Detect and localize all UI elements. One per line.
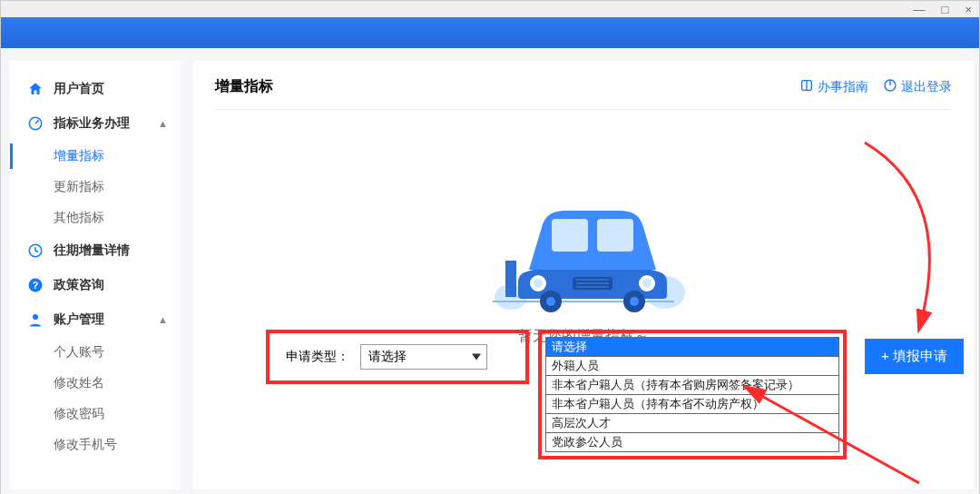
sidebar-label-account: 账户管理 — [54, 311, 104, 328]
guide-link[interactable]: 办事指南 — [799, 78, 868, 95]
option-foreigner[interactable]: 外籍人员 — [545, 357, 839, 376]
sidebar-sub-increment-label: 增量指标 — [54, 148, 104, 164]
sidebar-sub-personal-label: 个人账号 — [54, 344, 104, 361]
annotation-arrow — [847, 133, 965, 361]
option-placeholder[interactable]: 请选择 — [545, 337, 839, 357]
window-minimize-button[interactable]: — — [914, 3, 926, 16]
submit-button[interactable]: + 填报申请 — [865, 339, 964, 374]
sidebar: 用户首页 指标业务办理 ▲ 增量指标 更新指标 其他指标 — [10, 61, 181, 489]
user-icon — [26, 311, 44, 329]
sidebar-sub-rename[interactable]: 修改姓名 — [10, 368, 181, 399]
book-icon — [799, 78, 814, 95]
sidebar-item-history[interactable]: 往期增量详情 — [10, 233, 181, 268]
header-bar — [1, 17, 979, 48]
empty-state-illustration: 暂无您的增量指标～ — [456, 161, 710, 346]
question-icon: ? — [26, 276, 44, 294]
sidebar-sub-other-label: 其他指标 — [54, 210, 104, 226]
option-non-local-property[interactable]: 非本省户籍人员（持有本省不动房产权） — [545, 395, 839, 414]
sidebar-sub-update[interactable]: 更新指标 — [10, 172, 181, 203]
sidebar-label-policy: 政策咨询 — [54, 277, 104, 293]
sidebar-sub-password-label: 修改密码 — [54, 406, 104, 422]
apply-type-label: 申请类型： — [286, 349, 349, 365]
sidebar-label-history: 往期增量详情 — [54, 242, 130, 259]
svg-point-26 — [630, 297, 639, 306]
car-icon — [475, 161, 692, 315]
sidebar-sub-update-label: 更新指标 — [54, 179, 104, 195]
logout-link-label: 退出登录 — [901, 79, 952, 95]
option-non-local-record[interactable]: 非本省户籍人员（持有本省购房网签备案记录） — [545, 376, 839, 395]
svg-point-16 — [534, 279, 543, 288]
sidebar-item-account[interactable]: 账户管理 ▲ — [10, 302, 181, 337]
svg-rect-13 — [552, 219, 588, 252]
sidebar-item-indicator[interactable]: 指标业务办理 ▲ — [10, 106, 181, 141]
sidebar-sub-personal[interactable]: 个人账号 — [10, 337, 181, 368]
svg-point-4 — [33, 314, 38, 320]
svg-point-24 — [546, 297, 555, 306]
dashboard-icon — [26, 114, 44, 133]
sidebar-sub-other[interactable]: 其他指标 — [10, 203, 181, 233]
sidebar-item-home[interactable]: 用户首页 — [10, 72, 181, 106]
history-icon — [26, 242, 44, 260]
svg-point-18 — [642, 279, 652, 288]
page-title: 增量指标 — [215, 77, 273, 96]
option-official[interactable]: 党政参公人员 — [545, 433, 839, 452]
window-maximize-button[interactable]: □ — [942, 3, 949, 16]
sidebar-sub-phone[interactable]: 修改手机号 — [10, 430, 181, 460]
svg-rect-14 — [597, 219, 633, 252]
window-titlebar: — □ × — [1, 1, 979, 17]
logout-link[interactable]: 退出登录 — [883, 78, 952, 95]
sidebar-sub-password[interactable]: 修改密码 — [10, 399, 181, 430]
chevron-up-icon: ▲ — [158, 118, 168, 129]
window-close-button[interactable]: × — [965, 3, 972, 16]
apply-type-row: 申请类型： 请选择 — [266, 330, 529, 384]
sidebar-sub-rename-label: 修改姓名 — [54, 375, 104, 391]
sidebar-sub-phone-label: 修改手机号 — [54, 437, 117, 453]
main-content: 增量指标 办事指南 退出登录 — [193, 61, 974, 489]
apply-type-select-value: 请选择 — [368, 349, 407, 363]
svg-rect-11 — [505, 261, 516, 297]
chevron-up-icon: ▲ — [158, 314, 168, 325]
option-talent[interactable]: 高层次人才 — [545, 414, 839, 433]
apply-type-select[interactable]: 请选择 — [360, 344, 487, 370]
svg-text:?: ? — [33, 280, 38, 291]
power-icon — [883, 78, 897, 95]
guide-link-label: 办事指南 — [818, 79, 868, 95]
sidebar-label-home: 用户首页 — [54, 81, 104, 97]
sidebar-label-indicator: 指标业务办理 — [54, 115, 130, 132]
apply-type-dropdown: 请选择 外籍人员 非本省户籍人员（持有本省购房网签备案记录） 非本省户籍人员（持… — [538, 330, 847, 459]
sidebar-sub-increment[interactable]: 增量指标 — [10, 141, 181, 172]
home-icon — [26, 80, 44, 98]
sidebar-item-policy[interactable]: ? 政策咨询 — [10, 268, 181, 302]
